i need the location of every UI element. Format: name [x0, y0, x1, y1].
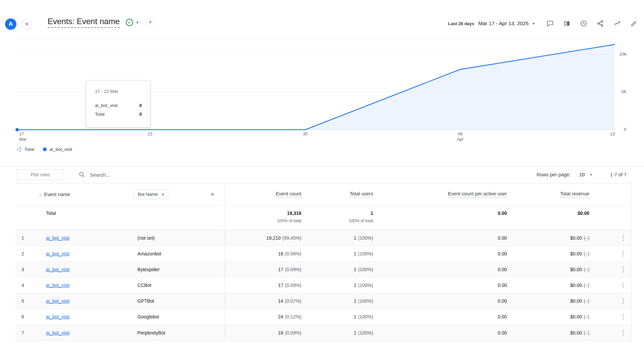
event-count-header[interactable]: Event count [225, 183, 305, 205]
dimension-caret-icon: ▾ [162, 192, 164, 196]
per-user-cell: 0.00 [374, 309, 508, 324]
per-user-cell: 0.00 [374, 246, 508, 261]
x-axis-tick: 23 [148, 131, 152, 137]
revenue-cell: $0.00 (–) [508, 309, 591, 324]
x-axis-tick: 13 [610, 131, 615, 137]
event-count-cell: 24 (0.12%) [225, 309, 305, 324]
tooltip-series-name: ai_bot_visit [95, 101, 118, 110]
total-revenue-header[interactable]: Total revenue [508, 183, 591, 205]
chart-start-dot [15, 128, 19, 131]
total-users-cell: 1 (100%) [305, 262, 374, 277]
remove-dimension-icon[interactable]: ✕ [210, 191, 215, 197]
chart-tooltip: 17 - 22 Mar ai_bot_visit 0 Total 0 [86, 80, 150, 127]
search-input[interactable] [90, 172, 197, 178]
y-axis-label: 10K [619, 52, 627, 57]
row-menu-icon[interactable]: ⋮ [620, 235, 626, 241]
bot-name-cell: Amazonbot [138, 251, 161, 256]
event-count-cell: 14 (0.07%) [225, 293, 305, 309]
pagination-controls: Rows per page: 10 ▾ 1-7 of 7 [537, 169, 627, 180]
total-users-cell: 1 (100%) [305, 309, 374, 324]
table-row: 2 ai_bot_visit Amazonbot 16 (0.08%) 1 (1… [15, 246, 631, 262]
legend-item-total[interactable]: Total [17, 147, 34, 152]
secondary-dimension-label: Bot Name [138, 192, 158, 197]
revenue-cell: $0.00 (–) [508, 325, 591, 341]
rows-per-page-label: Rows per page: [537, 172, 571, 177]
events-table: ↓ Event name Bot Name ▾ ✕ Event count To… [15, 183, 631, 341]
event-name-link[interactable]: ai_bot_visit [46, 251, 69, 256]
table-row: 5 ai_bot_visit GPTBot 14 (0.07%) 1 (100%… [15, 293, 631, 309]
per-user-cell: 0.00 [374, 278, 508, 293]
chart-legend: Total ai_bot_visit [17, 147, 72, 152]
tooltip-date: 17 - 22 Mar [95, 89, 142, 94]
per-user-cell: 0.00 [374, 293, 508, 309]
totals-per-user: 0.00 [374, 205, 508, 230]
event-count-cell: 17 (0.09%) [225, 278, 305, 293]
legend-label: Total [24, 147, 34, 152]
secondary-dimension-header: Bot Name ▾ ✕ [132, 183, 225, 205]
event-count-cell: 18 (0.09%) [225, 325, 305, 341]
bot-name-cell: Googlebot [138, 314, 159, 319]
rows-per-page-select[interactable]: 10 [579, 172, 585, 177]
plot-rows-button[interactable]: Plot rows [16, 169, 64, 180]
bot-name-cell: (not set) [138, 235, 155, 241]
row-index: 3 [15, 262, 30, 277]
x-axis-tick: 06Apr [457, 131, 464, 142]
per-user-cell: 0.00 [374, 325, 508, 341]
event-name-link[interactable]: ai_bot_visit [46, 267, 69, 272]
search-icon [78, 171, 85, 178]
totals-revenue: $0.00 [508, 205, 591, 230]
legend-label: ai_bot_visit [50, 147, 72, 152]
revenue-cell: $0.00 (–) [508, 278, 591, 293]
table-row: 6 ai_bot_visit Googlebot 24 (0.12%) 1 (1… [15, 309, 631, 325]
row-menu-icon[interactable]: ⋮ [620, 330, 626, 336]
secondary-dimension-chip[interactable]: Bot Name ▾ [133, 189, 168, 199]
event-name-link[interactable]: ai_bot_visit [46, 298, 69, 304]
table-row: 3 ai_bot_visit Bytespider 17 (0.09%) 1 (… [15, 262, 631, 278]
table-search [78, 169, 197, 180]
x-axis-tick: 30 [303, 131, 308, 137]
event-name-link[interactable]: ai_bot_visit [46, 314, 69, 319]
legend-item-series[interactable]: ai_bot_visit [43, 147, 72, 152]
event-name-header[interactable]: ↓ Event name [30, 183, 132, 205]
row-menu-icon[interactable]: ⋮ [620, 282, 626, 288]
total-users-header[interactable]: Total users [305, 183, 374, 205]
row-menu-icon[interactable]: ⋮ [620, 266, 626, 273]
bot-name-cell: Bytespider [138, 267, 160, 272]
series-dot-icon [43, 147, 47, 151]
tooltip-row: ai_bot_visit 0 [95, 101, 142, 110]
totals-event-count: 19,316 100% of total [225, 205, 305, 230]
event-count-cell: 16 (0.08%) [225, 246, 305, 261]
row-index: 7 [15, 325, 30, 341]
event-count-per-user-header[interactable]: Event count per active user [374, 183, 508, 205]
per-user-cell: 0.00 [374, 262, 508, 277]
event-name-link[interactable]: ai_bot_visit [46, 235, 69, 241]
tooltip-series-name: Total [95, 110, 105, 119]
row-menu-icon[interactable]: ⋮ [620, 298, 626, 304]
sort-desc-icon: ↓ [39, 191, 42, 197]
event-name-link[interactable]: ai_bot_visit [46, 330, 69, 336]
table-row: 1 ai_bot_visit (not set) 19,210 (99.45%)… [15, 230, 631, 246]
row-menu-icon[interactable]: ⋮ [620, 251, 626, 257]
y-axis-label: 0 [624, 127, 626, 132]
row-index: 4 [15, 278, 30, 293]
row-index: 6 [15, 309, 30, 324]
index-header [15, 183, 30, 205]
revenue-cell: $0.00 (–) [508, 246, 591, 261]
rows-per-page-caret-icon[interactable]: ▾ [590, 173, 592, 177]
revenue-cell: $0.00 (–) [508, 293, 591, 309]
y-axis-label: 5K [621, 89, 627, 94]
row-menu-icon[interactable]: ⋮ [620, 314, 626, 320]
event-name-link[interactable]: ai_bot_visit [46, 283, 69, 288]
tooltip-series-value: 0 [139, 110, 142, 119]
tooltip-series-value: 0 [139, 101, 142, 110]
total-users-cell: 1 (100%) [305, 325, 374, 341]
table-header-row: ↓ Event name Bot Name ▾ ✕ Event count To… [15, 183, 631, 205]
table-row: 7 ai_bot_visit PerplexityBot 18 (0.09%) … [15, 325, 631, 341]
tooltip-row: Total 0 [95, 110, 142, 119]
row-index: 5 [15, 293, 30, 309]
section-divider [0, 166, 644, 167]
revenue-cell: $0.00 (–) [508, 262, 591, 277]
bot-name-cell: PerplexityBot [138, 330, 165, 336]
event-count-cell: 17 (0.09%) [225, 262, 305, 277]
bot-name-cell: GPTBot [138, 298, 154, 304]
